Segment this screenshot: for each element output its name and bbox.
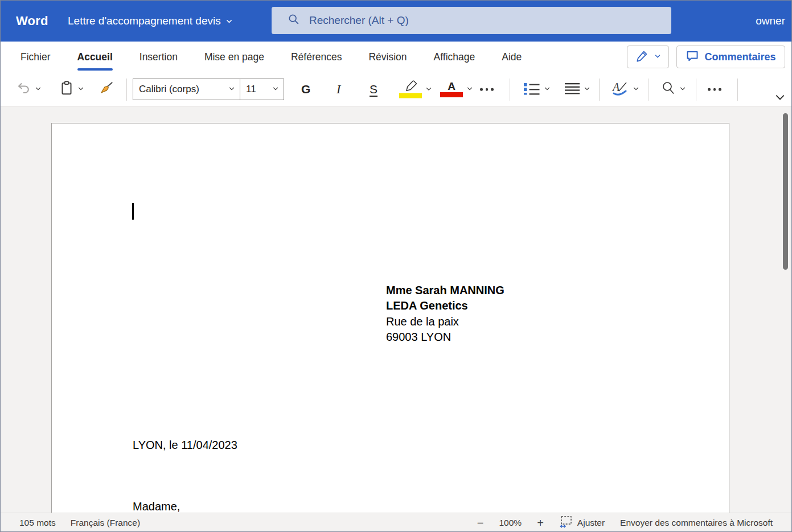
highlighter-icon [399,81,422,98]
editing-mode-button[interactable] [627,46,669,68]
fit-page-button[interactable]: Ajuster [559,515,605,530]
svg-text:A: A [612,81,620,93]
chevron-down-icon [544,84,551,94]
fit-page-label: Ajuster [577,518,605,528]
underline-button[interactable]: S [370,83,377,96]
font-color-icon: A [440,81,463,97]
comments-button[interactable]: Commentaires [676,46,785,68]
format-painter-button[interactable] [99,80,114,98]
document-page[interactable]: Mme Sarah MANNING LEDA Genetics Rue de l… [51,123,729,513]
status-right-group: − 100% + Ajuster Envoyer des commentaire… [477,513,773,532]
recipient-name[interactable]: Mme Sarah MANNING [386,283,504,298]
chevron-down-icon [774,94,786,104]
word-logo[interactable]: Word [16,1,48,42]
find-button[interactable] [661,81,686,98]
recipient-street[interactable]: Rue de la paix [386,314,504,329]
search-icon [661,81,676,98]
toolbar-divider [510,79,510,101]
recipient-city[interactable]: 69003 LYON [386,329,504,345]
ribbon-tabs: Fichier Accueil Insertion Mise en page R… [20,42,522,73]
toolbar-divider [737,79,738,101]
chevron-down-icon [225,18,233,25]
collapse-ribbon-button[interactable] [774,92,786,105]
toolbar-divider [696,79,696,101]
document-title[interactable]: Lettre d'accompagnement devis [68,1,233,42]
chevron-down-icon [228,84,235,95]
chevron-down-icon [35,84,42,94]
chevron-down-icon [633,84,639,94]
chevron-down-icon [272,84,279,95]
ribbon-tab-row: Fichier Accueil Insertion Mise en page R… [1,42,791,73]
bullet-list-button[interactable] [523,81,551,97]
bullet-list-icon [523,81,540,97]
pencil-icon [635,49,649,65]
word-count[interactable]: 105 mots [19,518,56,528]
tab-fichier[interactable]: Fichier [20,42,51,73]
fit-page-icon [559,515,573,530]
zoom-out-button[interactable]: − [477,517,484,529]
clipboard-icon [59,80,74,98]
tab-accueil[interactable]: Accueil [77,42,113,73]
status-left-group: 105 mots Français (France) [19,513,140,532]
more-icon [480,88,494,91]
more-icon [708,88,721,91]
search-bar[interactable] [272,7,671,34]
tab-mise-en-page[interactable]: Mise en page [204,42,264,73]
zoom-level[interactable]: 100% [499,518,522,528]
format-painter-icon [99,80,114,98]
tab-affichage[interactable]: Affichage [434,42,475,73]
more-commands-button[interactable] [708,88,721,91]
chevron-down-icon [679,84,686,94]
font-size-combobox[interactable]: 11 [240,79,284,100]
chevron-down-icon [425,84,432,94]
font-color-button[interactable]: A [440,81,473,97]
styles-button[interactable]: A [611,80,639,98]
recipient-company[interactable]: LEDA Genetics [386,298,504,314]
tab-references[interactable]: Références [291,42,342,73]
word-online-window: Word Lettre d'accompagnement devis owner… [0,0,792,532]
toolbar-divider [649,79,649,101]
comment-bubble-icon [686,49,699,65]
paste-button[interactable] [59,80,84,98]
document-canvas: Mme Sarah MANNING LEDA Genetics Rue de l… [1,106,791,513]
app-header: Word Lettre d'accompagnement devis owner [1,1,791,42]
toolbar-divider [126,79,127,101]
bold-button[interactable]: G [301,83,310,96]
chevron-down-icon [584,84,590,94]
undo-icon [17,81,31,98]
more-font-options-button[interactable] [480,88,494,91]
align-justify-icon [564,81,580,97]
font-name-combobox[interactable]: Calibri (corps) [133,79,240,100]
document-title-label: Lettre d'accompagnement devis [68,15,221,27]
status-bar: 105 mots Français (France) − 100% + Ajus… [1,513,791,532]
font-name-value: Calibri (corps) [139,84,199,95]
search-icon [288,13,300,28]
account-name[interactable]: owner [756,1,785,42]
language-selector[interactable]: Français (France) [71,518,140,528]
chevron-down-icon [466,84,473,94]
search-input[interactable] [309,14,671,27]
tab-revision[interactable]: Révision [368,42,407,73]
styles-icon: A [611,80,629,98]
tab-insertion[interactable]: Insertion [139,42,178,73]
send-feedback-link[interactable]: Envoyer des commentaires à Microsoft [620,518,773,528]
toolbar-divider [599,79,600,101]
font-controls: Calibri (corps) 11 [133,79,284,100]
vertical-scrollbar-thumb[interactable] [783,113,788,270]
text-cursor [132,203,134,220]
salutation-line[interactable]: Madame, [133,499,180,513]
zoom-in-button[interactable]: + [537,517,544,529]
tab-aide[interactable]: Aide [502,42,522,73]
highlight-color-button[interactable] [399,81,432,98]
recipient-address-block[interactable]: Mme Sarah MANNING LEDA Genetics Rue de l… [386,283,504,345]
chevron-down-icon [77,84,84,94]
italic-button[interactable]: I [337,82,340,97]
undo-button[interactable] [17,81,42,98]
quick-toolbar: Calibri (corps) 11 G I S A [1,73,791,106]
comments-label: Commentaires [704,51,775,63]
align-justify-button[interactable] [564,81,590,97]
font-size-value: 11 [246,84,256,95]
date-line[interactable]: LYON, le 11/04/2023 [133,438,237,453]
chevron-down-icon [654,52,661,62]
